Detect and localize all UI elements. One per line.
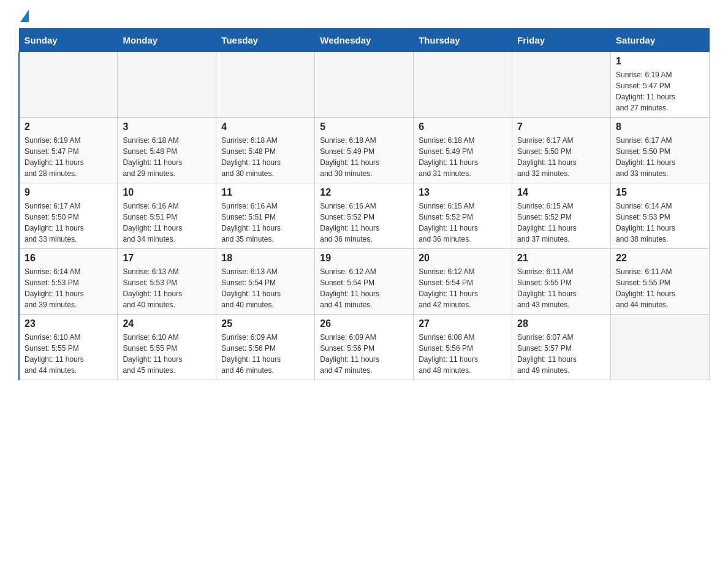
day-number: 4 [221,121,309,132]
day-number: 20 [419,253,507,264]
day-number: 19 [320,253,408,264]
calendar-week-1: 1Sunrise: 6:19 AM Sunset: 5:47 PM Daylig… [19,52,710,118]
day-number: 7 [517,121,605,132]
calendar-cell [216,52,315,118]
day-number: 9 [25,187,112,198]
calendar-week-5: 23Sunrise: 6:10 AM Sunset: 5:55 PM Dayli… [19,315,710,380]
day-number: 17 [123,253,211,264]
calendar-cell: 3Sunrise: 6:18 AM Sunset: 5:48 PM Daylig… [118,118,216,183]
day-info: Sunrise: 6:17 AM Sunset: 5:50 PM Dayligh… [616,135,704,179]
weekday-header-saturday: Saturday [611,29,710,52]
day-number: 13 [419,187,507,198]
day-number: 12 [320,187,408,198]
calendar-cell: 22Sunrise: 6:11 AM Sunset: 5:55 PM Dayli… [611,249,710,315]
day-number: 11 [221,187,309,198]
day-info: Sunrise: 6:13 AM Sunset: 5:54 PM Dayligh… [221,266,309,310]
day-number: 14 [517,187,605,198]
day-info: Sunrise: 6:12 AM Sunset: 5:54 PM Dayligh… [419,266,507,310]
calendar-cell: 5Sunrise: 6:18 AM Sunset: 5:49 PM Daylig… [315,118,414,183]
calendar-table: SundayMondayTuesdayWednesdayThursdayFrid… [18,28,710,380]
weekday-header-tuesday: Tuesday [216,29,315,52]
weekday-header-wednesday: Wednesday [315,29,414,52]
calendar-cell: 13Sunrise: 6:15 AM Sunset: 5:52 PM Dayli… [414,183,512,249]
calendar-cell: 18Sunrise: 6:13 AM Sunset: 5:54 PM Dayli… [216,249,315,315]
calendar-cell: 21Sunrise: 6:11 AM Sunset: 5:55 PM Dayli… [512,249,611,315]
calendar-cell [512,52,611,118]
calendar-cell: 25Sunrise: 6:09 AM Sunset: 5:56 PM Dayli… [216,315,315,380]
calendar-cell: 28Sunrise: 6:07 AM Sunset: 5:57 PM Dayli… [512,315,611,380]
day-number: 18 [221,253,309,264]
day-number: 22 [616,253,704,264]
day-info: Sunrise: 6:16 AM Sunset: 5:51 PM Dayligh… [123,201,211,245]
day-number: 8 [616,121,704,132]
day-info: Sunrise: 6:16 AM Sunset: 5:51 PM Dayligh… [221,201,309,245]
day-number: 5 [320,121,408,132]
calendar-week-2: 2Sunrise: 6:19 AM Sunset: 5:47 PM Daylig… [19,118,710,183]
weekday-header-thursday: Thursday [414,29,512,52]
day-info: Sunrise: 6:12 AM Sunset: 5:54 PM Dayligh… [320,266,408,310]
calendar-cell [118,52,216,118]
calendar-cell: 4Sunrise: 6:18 AM Sunset: 5:48 PM Daylig… [216,118,315,183]
calendar-cell: 20Sunrise: 6:12 AM Sunset: 5:54 PM Dayli… [414,249,512,315]
day-info: Sunrise: 6:15 AM Sunset: 5:52 PM Dayligh… [419,201,507,245]
calendar-cell [611,315,710,380]
day-number: 28 [517,318,605,329]
logo-triangle-icon [20,10,29,22]
calendar-cell: 15Sunrise: 6:14 AM Sunset: 5:53 PM Dayli… [611,183,710,249]
day-info: Sunrise: 6:15 AM Sunset: 5:52 PM Dayligh… [517,201,605,245]
day-info: Sunrise: 6:10 AM Sunset: 5:55 PM Dayligh… [25,332,112,376]
day-info: Sunrise: 6:16 AM Sunset: 5:52 PM Dayligh… [320,201,408,245]
day-number: 2 [25,121,112,132]
day-number: 25 [221,318,309,329]
calendar-cell: 14Sunrise: 6:15 AM Sunset: 5:52 PM Dayli… [512,183,611,249]
weekday-header-sunday: Sunday [19,29,118,52]
weekday-header-friday: Friday [512,29,611,52]
day-info: Sunrise: 6:17 AM Sunset: 5:50 PM Dayligh… [25,201,112,245]
calendar-cell: 23Sunrise: 6:10 AM Sunset: 5:55 PM Dayli… [19,315,118,380]
day-number: 26 [320,318,408,329]
page-header [18,12,710,22]
day-info: Sunrise: 6:10 AM Sunset: 5:55 PM Dayligh… [123,332,211,376]
day-number: 3 [123,121,211,132]
day-info: Sunrise: 6:07 AM Sunset: 5:57 PM Dayligh… [517,332,605,376]
day-info: Sunrise: 6:08 AM Sunset: 5:56 PM Dayligh… [419,332,507,376]
calendar-cell: 8Sunrise: 6:17 AM Sunset: 5:50 PM Daylig… [611,118,710,183]
day-number: 1 [616,56,704,67]
calendar-cell: 2Sunrise: 6:19 AM Sunset: 5:47 PM Daylig… [19,118,118,183]
day-info: Sunrise: 6:18 AM Sunset: 5:48 PM Dayligh… [123,135,211,179]
calendar-week-4: 16Sunrise: 6:14 AM Sunset: 5:53 PM Dayli… [19,249,710,315]
calendar-cell: 11Sunrise: 6:16 AM Sunset: 5:51 PM Dayli… [216,183,315,249]
calendar-cell: 7Sunrise: 6:17 AM Sunset: 5:50 PM Daylig… [512,118,611,183]
day-number: 23 [25,318,112,329]
day-info: Sunrise: 6:09 AM Sunset: 5:56 PM Dayligh… [320,332,408,376]
day-info: Sunrise: 6:17 AM Sunset: 5:50 PM Dayligh… [517,135,605,179]
calendar-cell [315,52,414,118]
day-info: Sunrise: 6:19 AM Sunset: 5:47 PM Dayligh… [616,69,704,113]
day-number: 16 [25,253,112,264]
calendar-cell: 6Sunrise: 6:18 AM Sunset: 5:49 PM Daylig… [414,118,512,183]
calendar-cell: 17Sunrise: 6:13 AM Sunset: 5:53 PM Dayli… [118,249,216,315]
weekday-header-monday: Monday [118,29,216,52]
calendar-cell: 19Sunrise: 6:12 AM Sunset: 5:54 PM Dayli… [315,249,414,315]
day-number: 27 [419,318,507,329]
calendar-week-3: 9Sunrise: 6:17 AM Sunset: 5:50 PM Daylig… [19,183,710,249]
day-info: Sunrise: 6:18 AM Sunset: 5:48 PM Dayligh… [221,135,309,179]
calendar-cell: 9Sunrise: 6:17 AM Sunset: 5:50 PM Daylig… [19,183,118,249]
calendar-cell: 16Sunrise: 6:14 AM Sunset: 5:53 PM Dayli… [19,249,118,315]
day-number: 21 [517,253,605,264]
calendar-cell: 10Sunrise: 6:16 AM Sunset: 5:51 PM Dayli… [118,183,216,249]
calendar-cell [19,52,118,118]
day-info: Sunrise: 6:11 AM Sunset: 5:55 PM Dayligh… [517,266,605,310]
calendar-cell: 24Sunrise: 6:10 AM Sunset: 5:55 PM Dayli… [118,315,216,380]
calendar-header-row: SundayMondayTuesdayWednesdayThursdayFrid… [19,29,710,52]
calendar-cell: 26Sunrise: 6:09 AM Sunset: 5:56 PM Dayli… [315,315,414,380]
day-info: Sunrise: 6:19 AM Sunset: 5:47 PM Dayligh… [25,135,112,179]
logo [18,12,29,22]
calendar-cell: 1Sunrise: 6:19 AM Sunset: 5:47 PM Daylig… [611,52,710,118]
day-info: Sunrise: 6:18 AM Sunset: 5:49 PM Dayligh… [320,135,408,179]
calendar-cell [414,52,512,118]
calendar-cell: 12Sunrise: 6:16 AM Sunset: 5:52 PM Dayli… [315,183,414,249]
day-info: Sunrise: 6:11 AM Sunset: 5:55 PM Dayligh… [616,266,704,310]
day-info: Sunrise: 6:18 AM Sunset: 5:49 PM Dayligh… [419,135,507,179]
day-number: 6 [419,121,507,132]
